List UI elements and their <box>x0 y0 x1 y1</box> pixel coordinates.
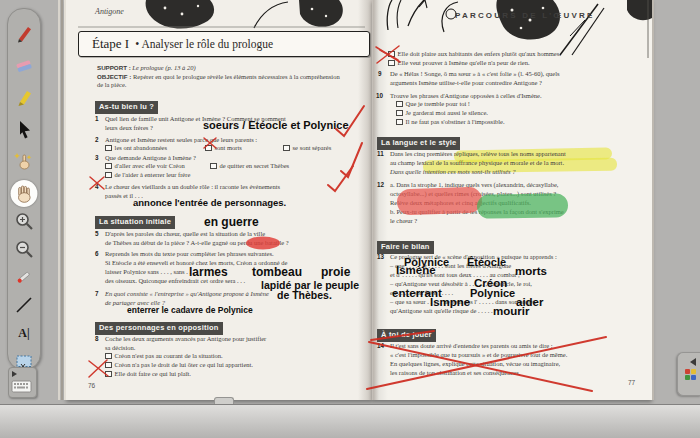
text-annotation[interactable]: larmes <box>189 265 228 279</box>
page-edge <box>64 0 66 400</box>
interact-hand-icon[interactable] <box>12 149 36 173</box>
answer-option: de l'aider à enterrer leur frère <box>105 171 190 179</box>
section-personnages-opposition: Des personnages en opposition <box>95 322 223 335</box>
expand-left-icon[interactable] <box>684 358 696 366</box>
checkbox-icon <box>388 51 395 58</box>
checkbox-icon <box>283 145 290 152</box>
q12-number: 12 <box>377 181 384 189</box>
answer-option: Elle veut prouver à Ismène qu'elle n'a p… <box>388 59 530 67</box>
option-label: Elle doit faire ce qui lui plaît. <box>115 370 191 378</box>
q3-number: 3 <box>95 154 99 162</box>
text-annotation[interactable]: Ismpne <box>430 296 470 308</box>
stylus-toolbar: A| <box>7 8 41 370</box>
page-edge <box>652 0 654 400</box>
checkbox-icon <box>396 101 403 108</box>
text-annotation[interactable]: Polynice <box>470 287 515 299</box>
option-label: Il ne faut pas s'obstiner à l'impossible… <box>406 118 505 126</box>
text-annotation[interactable]: Ismène <box>396 264 436 276</box>
text-annotation[interactable]: soeurs / Etéocle et Polynice <box>203 119 349 131</box>
q11-text: Dans les cinq premières répliques, relèv… <box>390 150 566 158</box>
q11-number: 11 <box>377 150 384 158</box>
q13-number: 13 <box>377 253 384 261</box>
checkbox-icon <box>105 163 112 170</box>
answer-option: sont morts <box>205 144 242 152</box>
library-drawer-tab[interactable] <box>677 352 700 396</box>
q6-text: laisser Polynice sans . . . , sans . . . <box>105 268 194 276</box>
option-label: Créon n'est pas au courant de la situati… <box>115 352 223 360</box>
option-label: Elle doit plaire aux habitants des enfer… <box>398 50 561 58</box>
text-annotation[interactable]: mourir <box>493 305 529 317</box>
text-tool-icon[interactable]: A| <box>12 321 36 345</box>
text-annotation[interactable]: annonce l'entrée de personnages. <box>133 197 286 208</box>
openboard-canvas[interactable]: Antigone Étape I • Analyser le rôle du p… <box>0 0 700 438</box>
etape-subtitle: • Analyser le rôle du prologue <box>135 38 273 50</box>
option-label: de l'aider à enterrer leur frère <box>115 171 191 179</box>
q11-text: Dans quelle intention ces mots sont-ils … <box>390 168 515 176</box>
text-annotation[interactable]: en guerre <box>204 215 259 229</box>
zoom-out-icon[interactable] <box>12 237 36 261</box>
q14-text: En quelques lignes, explique cette situa… <box>390 360 560 368</box>
laser-pointer-icon[interactable] <box>12 265 36 289</box>
objectif-label: OBJECTIF : <box>97 73 131 80</box>
checkbox-icon <box>105 353 112 360</box>
expand-right-icon[interactable] <box>12 371 17 377</box>
q12-text: a. Dans la strophe 1, indique quels vers… <box>390 181 558 189</box>
answer-option: Il ne faut pas s'obstiner à l'impossible… <box>396 118 505 126</box>
answer-option: Elle doit plaire aux habitants des enfer… <box>388 50 561 58</box>
library-mini-icons <box>678 369 700 381</box>
q8-text: sa décision. <box>105 344 135 352</box>
text-annotation[interactable]: proie <box>321 265 350 279</box>
section-as-tu-bien-lu: As-tu bien lu ? <box>95 101 158 114</box>
q5-text: de Thèbes au début de la pièce ? A-t-ell… <box>105 239 289 247</box>
q9-text: De « Hélas ! Songe, ô ma sœur » à « c'es… <box>390 70 560 78</box>
q2-number: 2 <box>95 136 99 144</box>
highlighter-icon[interactable] <box>12 85 36 109</box>
library-color-icon <box>691 369 696 374</box>
q2-text: Antigone et Ismène restent seules parce … <box>105 136 257 144</box>
section-langue-et-style: La langue et le style <box>377 137 460 150</box>
checkbox-icon <box>396 119 403 126</box>
scroll-hand-icon[interactable] <box>11 180 38 207</box>
q9-text: arguments Ismène utilise-t-elle pour con… <box>390 79 542 87</box>
q5-text: D'après les paroles du chœur, quelle est… <box>105 230 265 238</box>
support-line: SUPPORT : Le prologue (p. 13 à 20) <box>97 64 196 72</box>
q1-number: 1 <box>95 115 99 123</box>
q10-number: 10 <box>376 92 383 100</box>
q9-number: 9 <box>378 70 382 78</box>
zoom-in-icon[interactable] <box>12 209 36 233</box>
objectif-text: Repérer en quoi le prologue révèle les é… <box>97 73 340 88</box>
page-edge <box>58 0 60 400</box>
toolbar-drawer-tab[interactable] <box>8 367 37 398</box>
text-annotation[interactable]: Étéocle <box>467 256 506 268</box>
q5-number: 5 <box>95 230 99 238</box>
section-faire-le-bilan: Faire le bilan <box>377 241 434 254</box>
option-label: Que je tremble pour toi ! <box>406 100 470 108</box>
checkbox-icon <box>105 172 112 179</box>
text-annotation[interactable]: enterrer le cadavre de Polynice <box>127 305 253 315</box>
etape-number: Étape I <box>92 36 129 52</box>
option-label: Elle veut prouver à Ismène qu'elle n'a p… <box>398 59 530 67</box>
text-annotation[interactable]: morts <box>515 265 547 277</box>
text-annotation[interactable]: de Thèbes. <box>277 289 332 301</box>
q4-text: Le chœur des vieillards a un double rôle… <box>105 183 280 191</box>
support-label: SUPPORT : <box>97 64 131 71</box>
running-head-right: PARCOURS DE L'ŒUVRE <box>455 11 595 21</box>
selector-arrow-icon[interactable] <box>12 117 36 141</box>
eraser-icon[interactable] <box>12 53 36 77</box>
text-annotation[interactable]: tombeau <box>252 265 302 279</box>
q14-text: « c'est l'impossible que tu poursuis » e… <box>390 351 567 359</box>
virtual-keyboard-icon[interactable] <box>11 380 33 394</box>
objectif-line: OBJECTIF : Repérer en quoi le prologue r… <box>97 73 340 89</box>
q12-text: octosyllabe...) et quelles rimes (croisé… <box>390 190 556 198</box>
option-label: se sont séparés <box>293 144 332 152</box>
q12-text: le chœur ? <box>390 217 417 225</box>
library-color-icon <box>685 369 690 374</box>
answer-option: de quitter en secret Thèbes <box>210 162 289 170</box>
q4-number: 4 <box>95 183 99 191</box>
q13-text: qu'Antigone sait qu'elle risque de . . .… <box>390 307 493 315</box>
annotate-pen-icon[interactable] <box>12 21 36 45</box>
page-number-right: 77 <box>628 379 635 387</box>
checkbox-icon <box>105 145 112 152</box>
option-label: Créon n'a pas le droit de lui ôter ce qu… <box>115 361 253 369</box>
line-tool-icon[interactable] <box>12 293 36 317</box>
